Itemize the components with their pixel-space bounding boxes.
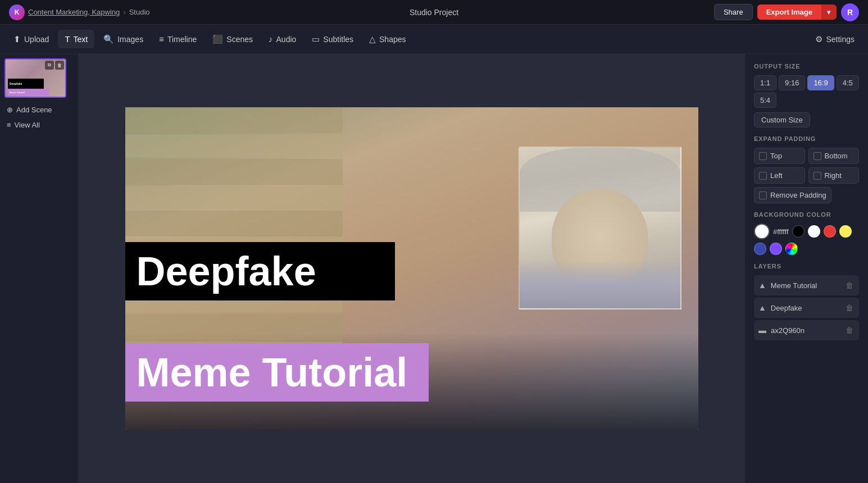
layer-text-icon-2: ▲ xyxy=(758,303,766,312)
swatch-yellow[interactable] xyxy=(839,225,852,238)
canvas[interactable]: Deepfake Meme Tutorial xyxy=(125,107,698,430)
meme-tutorial-text-overlay[interactable]: Meme Tutorial xyxy=(125,343,429,402)
thumb-duplicate-icon[interactable]: ⧉ xyxy=(45,61,54,70)
export-button-group: Export Image ▾ xyxy=(757,4,837,20)
color-preview[interactable] xyxy=(754,224,770,239)
color-row: #ffffff xyxy=(754,224,859,255)
toolbar-timeline-label: Timeline xyxy=(167,35,197,44)
toolbar-text[interactable]: T Text xyxy=(58,30,94,48)
add-scene-label: Add Scene xyxy=(16,106,52,114)
layer-deepfake-label: Deepfake xyxy=(771,304,840,312)
swatch-rainbow[interactable] xyxy=(785,243,798,255)
toolbar-scenes[interactable]: ⬛ Scenes xyxy=(206,30,260,49)
layer-meme-tutorial[interactable]: ▲ Meme Tutorial 🗑 xyxy=(754,275,859,295)
expand-bottom-button[interactable]: Bottom xyxy=(808,148,860,164)
bg-color-title: BACKGROUND COLOR xyxy=(754,211,859,218)
expand-right-button[interactable]: Right xyxy=(808,167,860,184)
thumb-delete-icon[interactable]: 🗑 xyxy=(55,61,64,70)
bottom-label: Bottom xyxy=(825,152,848,160)
export-dropdown-button[interactable]: ▾ xyxy=(821,4,837,20)
toolbar-timeline[interactable]: ≡ Timeline xyxy=(152,30,203,48)
breadcrumb: Content Marketing, Kapwing xyxy=(28,8,120,16)
project-title: Studio Project xyxy=(410,8,458,17)
toolbar-scenes-label: Scenes xyxy=(226,35,253,44)
audio-icon: ♪ xyxy=(269,34,273,44)
toolbar-subtitles-label: Subtitles xyxy=(323,35,353,44)
layer-meme-tutorial-label: Meme Tutorial xyxy=(771,281,840,290)
right-panel: OUTPUT SIZE 1:1 9:16 16:9 4:5 5:4 Custom… xyxy=(744,54,868,483)
toolbar-text-label: Text xyxy=(74,35,88,44)
breadcrumb-link[interactable]: Content Marketing, Kapwing xyxy=(28,8,120,16)
pip-face xyxy=(520,148,680,308)
expand-padding-grid: Top Bottom Left Right xyxy=(754,148,859,184)
size-buttons: 1:1 9:16 16:9 4:5 5:4 xyxy=(754,75,859,108)
left-sidebar: Deepfake Meme Tutorial ⧉ 🗑 ⊕ Add Scene ≡… xyxy=(0,54,79,483)
breadcrumb-studio: Studio xyxy=(129,8,150,16)
remove-padding-checkbox xyxy=(759,192,767,199)
top-nav: K Content Marketing, Kapwing › Studio St… xyxy=(0,0,868,25)
deepfake-text: Deepfake xyxy=(137,249,316,294)
expand-padding-title: EXPAND PADDING xyxy=(754,135,859,142)
remove-padding-button[interactable]: Remove Padding xyxy=(754,187,831,203)
color-hex-value[interactable]: #ffffff xyxy=(773,227,789,236)
size-btn-9-16[interactable]: 9:16 xyxy=(779,75,805,90)
swatch-black[interactable] xyxy=(792,225,805,238)
size-btn-1-1[interactable]: 1:1 xyxy=(754,75,776,90)
toolbar-settings-label: Settings xyxy=(826,35,855,44)
layer-image-delete[interactable]: 🗑 xyxy=(844,325,855,336)
toolbar-audio-label: Audio xyxy=(276,35,297,44)
size-btn-16-9[interactable]: 16:9 xyxy=(807,75,834,90)
layers-section: LAYERS ▲ Meme Tutorial 🗑 ▲ Deepfake 🗑 ▬ … xyxy=(754,263,859,340)
toolbar-shapes-label: Shapes xyxy=(379,35,406,44)
layer-meme-tutorial-delete[interactable]: 🗑 xyxy=(844,280,855,291)
breadcrumb-separator: › xyxy=(123,8,125,16)
layer-image-label: ax2Q960n xyxy=(771,326,840,335)
view-all-button[interactable]: ≡ View All xyxy=(4,117,74,133)
app-logo: K xyxy=(9,4,25,20)
left-label: Left xyxy=(770,171,783,180)
main-video: Deepfake Meme Tutorial xyxy=(125,107,698,430)
bg-color-section: BACKGROUND COLOR #ffffff xyxy=(754,211,859,255)
custom-size-button[interactable]: Custom Size xyxy=(754,112,810,127)
scene-thumbnail-1[interactable]: Deepfake Meme Tutorial ⧉ 🗑 xyxy=(4,58,66,98)
pip-video[interactable] xyxy=(519,147,681,309)
output-size-title: OUTPUT SIZE xyxy=(754,63,859,70)
swatch-white[interactable] xyxy=(808,225,820,238)
size-btn-5-4[interactable]: 5:4 xyxy=(754,93,776,108)
timeline-icon: ≡ xyxy=(159,34,164,44)
deepfake-text-overlay[interactable]: Deepfake xyxy=(125,242,395,300)
toolbar-shapes[interactable]: △ Shapes xyxy=(362,30,412,49)
toolbar-audio[interactable]: ♪ Audio xyxy=(262,30,303,48)
top-nav-actions: Share Export Image ▾ R xyxy=(714,3,859,21)
text-icon: T xyxy=(65,34,70,44)
expand-top-button[interactable]: Top xyxy=(754,148,805,164)
layers-title: LAYERS xyxy=(754,263,859,270)
shapes-icon: △ xyxy=(369,34,376,44)
expand-left-button[interactable]: Left xyxy=(754,167,805,184)
layer-image[interactable]: ▬ ax2Q960n 🗑 xyxy=(754,320,859,340)
subtitles-icon: ▭ xyxy=(312,34,320,44)
toolbar-upload[interactable]: ⬆ Upload xyxy=(7,30,56,49)
user-avatar[interactable]: R xyxy=(841,3,859,21)
toolbar-images-label: Images xyxy=(117,35,143,44)
toolbar-settings[interactable]: ⚙ Settings xyxy=(808,30,861,49)
export-button[interactable]: Export Image xyxy=(757,4,821,20)
layer-deepfake[interactable]: ▲ Deepfake 🗑 xyxy=(754,298,859,318)
layer-deepfake-delete[interactable]: 🗑 xyxy=(844,302,855,313)
canvas-wrapper: Deepfake Meme Tutorial xyxy=(125,107,698,430)
swatch-blue[interactable] xyxy=(754,243,766,255)
toolbar-upload-label: Upload xyxy=(24,35,49,44)
top-label: Top xyxy=(770,152,782,160)
bottom-checkbox xyxy=(814,152,821,160)
share-button[interactable]: Share xyxy=(714,4,753,20)
size-btn-4-5[interactable]: 4:5 xyxy=(837,75,859,90)
toolbar-images[interactable]: 🔍 Images xyxy=(97,30,150,49)
toolbar-subtitles[interactable]: ▭ Subtitles xyxy=(305,30,360,49)
right-checkbox xyxy=(814,172,821,180)
breadcrumb-area: K Content Marketing, Kapwing › Studio xyxy=(9,4,714,20)
add-scene-button[interactable]: ⊕ Add Scene xyxy=(4,102,74,117)
view-all-label: View All xyxy=(15,121,40,129)
swatch-red[interactable] xyxy=(824,225,836,238)
main-content: Deepfake Meme Tutorial ⧉ 🗑 ⊕ Add Scene ≡… xyxy=(0,54,868,483)
swatch-purple[interactable] xyxy=(770,243,782,255)
